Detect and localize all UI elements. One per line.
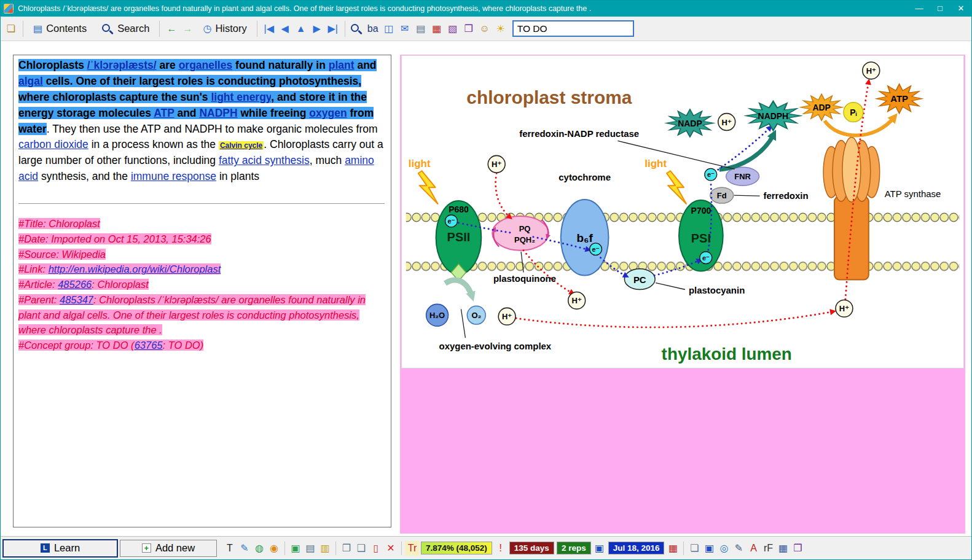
layout-icon[interactable]: ▦ (775, 541, 790, 556)
text-segment: Chloroplasts (18, 59, 87, 71)
tips-icon[interactable]: ☀ (493, 21, 509, 36)
inline-link[interactable]: carbon dioxide (18, 138, 88, 150)
text-segment: #Date: Imported on Oct 15, 2013, 15:34:2… (18, 233, 211, 244)
interval-badge[interactable]: 135 days (509, 542, 554, 554)
learn-icon: L (41, 543, 50, 553)
monitor-icon[interactable]: ▣ (592, 541, 607, 556)
minimize-button[interactable]: — (909, 1, 930, 17)
alert-icon[interactable]: ! (493, 541, 508, 556)
concept-group-input[interactable] (512, 20, 634, 37)
internet-icon[interactable]: ◍ (252, 541, 267, 556)
browser-window-icon[interactable]: ◎ (716, 541, 731, 556)
search-text-icon[interactable] (349, 22, 365, 36)
back-icon[interactable]: ← (163, 21, 179, 36)
image-pane: chloroplast stroma thylakoid lumen ferre… (400, 55, 965, 534)
separator (284, 542, 285, 555)
user-icon[interactable]: ☺ (477, 21, 493, 36)
h-plus-label: H⁺ (502, 312, 512, 321)
pqh2-label: PQH₂ (514, 235, 535, 244)
separator (257, 21, 257, 37)
nav-prev-icon[interactable]: ◀ (277, 21, 293, 36)
separator (159, 21, 160, 37)
reps-badge[interactable]: 2 reps (557, 542, 591, 554)
text-operations-icon[interactable]: T (222, 541, 237, 556)
close-button[interactable]: ✕ (950, 1, 971, 17)
inline-link[interactable]: plant (329, 59, 355, 71)
metadata-block: #Title: Chloroplast #Date: Imported on O… (18, 216, 385, 353)
phonetic-icon[interactable]: ba (365, 21, 381, 36)
nav-first-icon[interactable]: |◀ (261, 21, 277, 36)
nav-up-icon[interactable]: ▲ (293, 21, 309, 36)
contents-window-icon[interactable]: ▣ (702, 541, 716, 556)
main-toolbar: ❏ ▤ Contents Search ←→ ◷ History |◀◀▲▶▶|… (1, 17, 971, 41)
text-segment: : Chloroplast (92, 279, 149, 290)
nav-last-icon[interactable]: ▶| (325, 21, 341, 36)
paste-article-icon[interactable]: ▤ (303, 541, 318, 556)
plan-icon[interactable]: ▦ (429, 21, 445, 36)
text-segment: #Parent: (18, 294, 60, 305)
retention-icon[interactable]: Tr (405, 541, 420, 556)
inline-link[interactable]: algal (18, 75, 43, 87)
help-icon[interactable]: ❒ (790, 541, 805, 556)
element-window-icon[interactable]: ❏ (687, 541, 702, 556)
light-label: light (645, 158, 667, 169)
progress-badge[interactable]: 7.874% (48,052) (421, 542, 492, 554)
open-file-icon[interactable]: ❏ (3, 21, 19, 36)
search-button[interactable]: Search (94, 19, 155, 39)
inline-link[interactable]: oxygen (309, 107, 347, 119)
learn-button[interactable]: L Learn (2, 539, 118, 558)
delete-element-icon[interactable]: ✕ (383, 541, 398, 556)
text-segment: found naturally in (232, 59, 329, 71)
atp-synthase-shape (823, 137, 880, 279)
atp-synthase-label: ATP synthase (885, 189, 941, 199)
print-icon[interactable]: ▤ (413, 21, 429, 36)
duplicate-icon[interactable]: ❑ (354, 541, 369, 556)
lightning-icon (667, 171, 686, 204)
inline-link[interactable]: /ˈklɔrəplæsts/ (87, 59, 157, 71)
maximize-button[interactable]: □ (930, 1, 950, 17)
app-icon[interactable] (4, 4, 14, 14)
tasklist-icon[interactable]: ▧ (445, 21, 461, 36)
reference-icon[interactable]: ❒ (461, 21, 477, 36)
inline-link[interactable]: http://en.wikipedia.org/wiki/Chloroplast (49, 263, 221, 274)
text-segment: , much (310, 154, 345, 166)
history-button[interactable]: ◷ History (197, 20, 253, 37)
photosynthesis-diagram[interactable]: chloroplast stroma thylakoid lumen ferre… (401, 55, 964, 368)
add-new-icon: + (142, 543, 151, 553)
light-reactions-svg: chloroplast stroma thylakoid lumen ferre… (402, 56, 963, 368)
inline-link[interactable]: Calvin cycle (219, 141, 264, 150)
date-badge[interactable]: Jul 18, 2016 (608, 542, 665, 554)
tools-cluster: ba◫✉▤▦▧❒☺☀ (349, 21, 509, 36)
font-icon[interactable]: A (746, 541, 761, 556)
commentary-icon[interactable]: ✎ (237, 541, 252, 556)
article-component[interactable]: Chloroplasts /ˈklɔrəplæsts/ are organell… (13, 55, 391, 527)
inline-link[interactable]: organelles (179, 59, 233, 71)
clear-icon[interactable]: ▯ (369, 541, 383, 556)
inline-link[interactable]: light energy (211, 91, 271, 103)
inline-link[interactable]: 63765 (135, 340, 163, 351)
calendar-icon[interactable]: ▦ (665, 541, 680, 556)
inline-link[interactable]: 485347 (60, 294, 93, 305)
copy-icon[interactable]: ❐ (339, 541, 354, 556)
nav-next-icon[interactable]: ▶ (309, 21, 325, 36)
read-point-icon[interactable]: ◫ (381, 21, 397, 36)
inline-link[interactable]: NADPH (199, 107, 237, 119)
inline-link[interactable]: ATP (154, 107, 174, 119)
paste-icon[interactable]: ▣ (288, 541, 303, 556)
inline-link[interactable]: 485266 (58, 279, 92, 290)
inline-link[interactable]: fatty acid synthesis (219, 154, 310, 166)
mail-icon[interactable]: ✉ (397, 21, 413, 36)
forward-icon[interactable]: → (179, 21, 195, 36)
inline-link[interactable]: immune response (131, 170, 216, 182)
text-segment: #Title: Chloroplast (18, 218, 100, 229)
contents-button[interactable]: ▤ Contents (27, 20, 93, 37)
formula-icon[interactable]: rF (761, 541, 775, 556)
add-new-button[interactable]: + Add new (120, 540, 217, 557)
reading-list-icon[interactable]: ◉ (267, 541, 281, 556)
text-segment: #Link: (18, 263, 49, 274)
membrane-bottom-row (406, 262, 959, 271)
highlight-icon[interactable]: ▥ (318, 541, 332, 556)
fnr-reductase-label: ferredoxin-NADP reductase (519, 128, 639, 139)
edit-page-icon[interactable]: ✎ (731, 541, 746, 556)
electron-label: e⁻ (448, 217, 455, 225)
